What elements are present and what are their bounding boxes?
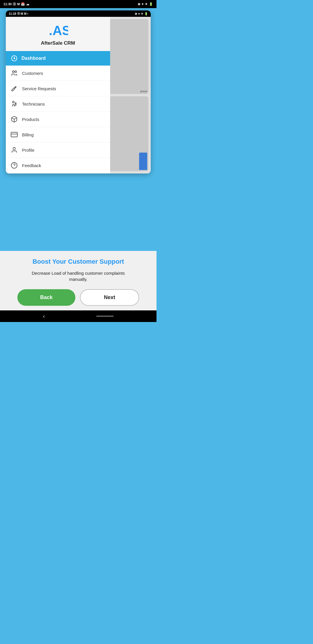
inner-status-left: 11:18 ⓢ M M • <box>9 12 28 16</box>
customers-icon <box>10 69 18 77</box>
svg-point-5 <box>12 101 14 103</box>
technicians-icon <box>10 100 18 108</box>
drawer-logo-section: .AS AfterSale CRM <box>6 17 110 51</box>
svg-point-2 <box>14 58 15 59</box>
outer-status-left: 11:30 ⓢ M 📅 ☁ <box>3 2 29 6</box>
svg-point-10 <box>13 147 15 150</box>
app-logo-icon: .AS <box>48 23 68 39</box>
sidebar-item-service-requests[interactable]: Service Requests <box>6 81 110 96</box>
question-icon <box>10 162 18 169</box>
sidebar-item-products[interactable]: Products <box>6 112 110 127</box>
sidebar-item-label-technicians: Technicians <box>22 102 45 106</box>
app-content: pleted .AS AfterSale CRM <box>6 17 151 173</box>
bg-card-top: pleted <box>107 19 148 94</box>
chart-bar <box>139 153 147 170</box>
outer-status-right: ⊕ ▾ ✈ 🔋 <box>138 2 153 6</box>
nav-back-arrow-icon[interactable]: ‹ <box>43 313 45 319</box>
bottom-nav-bar: ‹ <box>0 310 156 322</box>
cal-icon: 📅 <box>21 2 25 6</box>
svg-point-11 <box>11 162 17 168</box>
inner-wifi-icon: ▾ <box>138 12 140 15</box>
sidebar-item-profile[interactable]: Profile <box>6 142 110 158</box>
sidebar-item-feedback[interactable]: Feedback <box>6 158 110 173</box>
inner-cal-icon: M <box>24 12 26 15</box>
inner-s-icon: ⓢ <box>17 12 20 16</box>
person-icon <box>10 146 18 154</box>
sidebar-item-label-billing: Billing <box>22 132 34 137</box>
sidebar-item-label-profile: Profile <box>22 148 34 153</box>
svg-point-4 <box>15 71 17 73</box>
inner-airplane-icon: ✈ <box>141 12 143 15</box>
inner-screen: 11:18 ⓢ M M • ⊕ ▾ ✈ 🔋 pleted <box>6 10 151 173</box>
sidebar-item-contact-us[interactable]: Contact Us <box>6 173 110 173</box>
nav-home-pill[interactable] <box>96 316 114 317</box>
sidebar-item-label-products: Products <box>22 117 39 122</box>
svg-point-6 <box>15 103 16 104</box>
promo-title: Boost Your Customer Support <box>32 258 124 265</box>
inner-m-icon: M <box>21 12 23 15</box>
navigation-drawer: .AS AfterSale CRM Dashboard <box>6 17 110 173</box>
drawer-items-list: Customers Service Requests <box>6 66 110 173</box>
inner-dot: • <box>27 12 28 15</box>
phone-frame: 11:18 ⓢ M M • ⊕ ▾ ✈ 🔋 pleted <box>0 8 156 251</box>
circle-plus-icon: ⊕ <box>138 2 140 6</box>
cloud-icon: ☁ <box>26 2 29 6</box>
sidebar-item-label-dashboard: Dashboard <box>21 56 46 61</box>
card-icon <box>10 131 18 138</box>
svg-point-3 <box>12 71 14 73</box>
inner-status-bar: 11:18 ⓢ M M • ⊕ ▾ ✈ 🔋 <box>6 10 151 17</box>
sidebar-item-label-service-requests: Service Requests <box>22 86 56 91</box>
wifi-icon: ▾ <box>142 2 143 6</box>
outer-time: 11:30 <box>3 2 12 6</box>
m-icon: M <box>17 2 20 6</box>
bottom-promo-section: Boost Your Customer Support Decrease Loa… <box>0 251 156 310</box>
nav-buttons: Back Next <box>17 289 139 306</box>
inner-status-right: ⊕ ▾ ✈ 🔋 <box>135 12 148 15</box>
app-title: AfterSale CRM <box>41 40 75 46</box>
dashboard-icon <box>10 55 18 62</box>
battery-icon: 🔋 <box>149 2 153 6</box>
s-icon: ⓢ <box>13 2 16 6</box>
hammer-icon <box>10 85 18 92</box>
inner-battery-icon: 🔋 <box>144 12 148 15</box>
svg-text:.AS: .AS <box>49 23 68 38</box>
promo-description: Decrease Load of handling customer compl… <box>26 270 130 282</box>
sidebar-item-customers[interactable]: Customers <box>6 66 110 81</box>
inner-time: 11:18 <box>9 12 16 15</box>
next-button[interactable]: Next <box>80 289 139 306</box>
box-icon <box>10 115 18 123</box>
svg-rect-8 <box>11 132 17 137</box>
back-button[interactable]: Back <box>17 289 75 306</box>
main-background: pleted <box>104 17 151 173</box>
sidebar-item-technicians[interactable]: Technicians <box>6 96 110 112</box>
bg-card-bottom <box>107 96 148 171</box>
bg-card-top-text: pleted <box>139 89 148 94</box>
sidebar-item-billing[interactable]: Billing <box>6 127 110 142</box>
inner-circle-plus-icon: ⊕ <box>135 12 137 15</box>
sidebar-item-label-feedback: Feedback <box>22 163 41 168</box>
airplane-icon: ✈ <box>145 2 148 6</box>
outer-status-bar: 11:30 ⓢ M 📅 ☁ ⊕ ▾ ✈ 🔋 <box>0 0 156 8</box>
sidebar-item-dashboard[interactable]: Dashboard <box>6 51 110 66</box>
sidebar-item-label-customers: Customers <box>22 71 43 76</box>
